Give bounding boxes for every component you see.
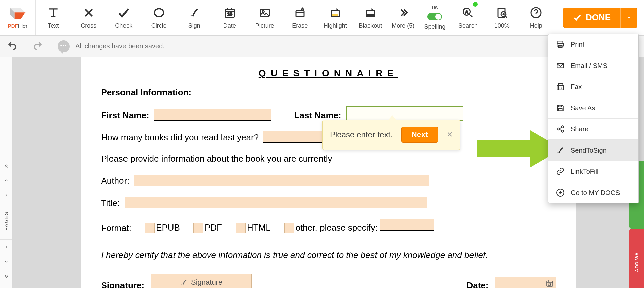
svg-rect-12 bbox=[367, 14, 374, 16]
undo-redo-group bbox=[0, 36, 50, 57]
dd-fax[interactable]: Fax bbox=[548, 76, 638, 97]
tooltip-close-button[interactable]: ✕ bbox=[447, 130, 453, 139]
doc-title: QUESTIONNAIRE bbox=[101, 68, 556, 79]
date-tool[interactable]: 15 Date bbox=[212, 0, 247, 35]
back-icon bbox=[556, 188, 565, 197]
blackout-tool[interactable]: Blackout bbox=[353, 0, 388, 35]
picture-icon bbox=[259, 6, 271, 19]
rail-scroll-up[interactable] bbox=[0, 173, 12, 188]
dd-save-as[interactable]: Save As bbox=[548, 97, 638, 119]
checkbox-icon[interactable] bbox=[284, 223, 294, 233]
author-label: Author: bbox=[101, 176, 130, 186]
sign-tool[interactable]: Sign bbox=[177, 0, 212, 35]
books-field[interactable] bbox=[263, 131, 331, 143]
dd-email[interactable]: Email / SMS bbox=[548, 55, 638, 76]
svg-point-36 bbox=[561, 126, 564, 128]
tooltip-text: Please enter text. bbox=[330, 130, 393, 139]
blackout-icon bbox=[364, 6, 377, 19]
date-field[interactable]: 17 bbox=[495, 277, 556, 288]
format-other-option[interactable]: other, please specify: bbox=[284, 219, 434, 233]
spelling-tool[interactable]: US Spelling bbox=[418, 0, 451, 35]
date-label: Date: bbox=[466, 280, 488, 288]
check-icon bbox=[117, 6, 131, 19]
erase-tool[interactable]: Erase bbox=[282, 0, 317, 35]
main-toolbar: PDFfiller Text Cross Check Circle Sign 1… bbox=[0, 0, 644, 36]
cross-tool[interactable]: Cross bbox=[71, 0, 106, 35]
status-area: ••• All changes have been saved. bbox=[50, 40, 165, 52]
help-tool[interactable]: Help bbox=[519, 0, 553, 35]
logo[interactable]: PDFfiller bbox=[0, 0, 36, 35]
svg-rect-29 bbox=[557, 64, 564, 68]
more-tool[interactable]: More (5) bbox=[388, 0, 418, 35]
first-name-field[interactable] bbox=[154, 109, 271, 121]
svg-text:15: 15 bbox=[227, 12, 232, 17]
search-tool[interactable]: A Search bbox=[451, 0, 485, 35]
rail-scroll-down[interactable] bbox=[0, 254, 12, 269]
checkbox-icon[interactable] bbox=[236, 223, 246, 233]
link-icon bbox=[556, 167, 565, 176]
separator bbox=[25, 41, 25, 51]
main-area: PAGES QUESTIONNAIRE Personal Information… bbox=[0, 57, 644, 288]
circle-icon bbox=[153, 6, 165, 19]
tooltip-next-button[interactable]: Next bbox=[401, 127, 438, 143]
date-icon: 15 bbox=[224, 6, 236, 19]
signature-field[interactable]: Signature bbox=[151, 274, 252, 288]
dd-print[interactable]: Print bbox=[548, 34, 638, 55]
dd-link-to-fill[interactable]: LinkToFill bbox=[548, 161, 638, 182]
title-field[interactable] bbox=[125, 197, 427, 208]
redo-button[interactable] bbox=[33, 41, 43, 52]
text-cursor bbox=[405, 109, 405, 118]
dd-share-label: Share bbox=[571, 125, 588, 133]
rail-pages-next[interactable] bbox=[0, 188, 12, 202]
spelling-toggle[interactable] bbox=[427, 13, 442, 20]
signature-label: Signature: bbox=[101, 280, 145, 288]
help-icon bbox=[530, 6, 542, 19]
done-button[interactable]: DONE bbox=[563, 8, 637, 28]
spelling-lang: US bbox=[432, 5, 438, 10]
checkbox-icon[interactable] bbox=[145, 223, 155, 233]
svg-point-3 bbox=[154, 9, 163, 17]
svg-rect-34 bbox=[559, 108, 562, 111]
highlight-tool[interactable]: Highlight bbox=[317, 0, 353, 35]
comment-icon[interactable]: ••• bbox=[58, 40, 70, 52]
dd-share[interactable]: Share bbox=[548, 119, 638, 140]
circle-tool[interactable]: Circle bbox=[141, 0, 177, 35]
save-icon bbox=[556, 104, 565, 112]
first-name-label: First Name: bbox=[101, 110, 149, 121]
svg-marker-2 bbox=[14, 12, 25, 19]
done-label: DONE bbox=[586, 12, 611, 23]
rail-scroll-down-double[interactable] bbox=[0, 269, 12, 284]
rail-scroll-up-double[interactable] bbox=[0, 158, 12, 173]
print-icon bbox=[556, 40, 565, 49]
certify-text: I hereby certify that the above informat… bbox=[101, 250, 556, 260]
section-personal: Personal Information: bbox=[101, 87, 556, 98]
calendar-icon[interactable]: 17 bbox=[546, 279, 554, 288]
check-tool[interactable]: Check bbox=[106, 0, 141, 35]
sign-icon bbox=[188, 6, 200, 19]
dd-go-to-docs-label: Go to MY DOCS bbox=[571, 189, 620, 197]
title-label: Title: bbox=[101, 198, 120, 208]
format-epub-option[interactable]: EPUB bbox=[145, 222, 180, 233]
picture-tool[interactable]: Picture bbox=[247, 0, 282, 35]
format-other-field[interactable] bbox=[380, 219, 434, 231]
text-tool[interactable]: Text bbox=[36, 0, 71, 35]
last-name-field[interactable] bbox=[346, 106, 463, 121]
zoom-tool[interactable]: 100% bbox=[485, 0, 519, 35]
svg-rect-33 bbox=[559, 105, 562, 107]
done-main[interactable]: DONE bbox=[563, 12, 620, 23]
dd-email-label: Email / SMS bbox=[571, 62, 607, 70]
signature-placeholder: Signature bbox=[191, 278, 222, 287]
name-row: First Name: Last Name: bbox=[101, 106, 556, 121]
checkbox-icon[interactable] bbox=[193, 223, 203, 233]
undo-button[interactable] bbox=[7, 41, 17, 52]
rail-pages-prev[interactable] bbox=[0, 239, 12, 254]
format-html-option[interactable]: HTML bbox=[236, 222, 271, 233]
dd-send-to-sign[interactable]: SendToSign bbox=[548, 140, 638, 161]
side-tab-add-watermark[interactable]: ADD WA bbox=[629, 229, 644, 288]
done-dropdown-toggle[interactable] bbox=[620, 8, 637, 28]
author-field[interactable] bbox=[134, 175, 429, 186]
cross-icon bbox=[83, 6, 95, 19]
format-pdf-option[interactable]: PDF bbox=[193, 222, 222, 233]
erase-icon bbox=[294, 6, 306, 19]
dd-go-to-docs[interactable]: Go to MY DOCS bbox=[548, 182, 638, 203]
